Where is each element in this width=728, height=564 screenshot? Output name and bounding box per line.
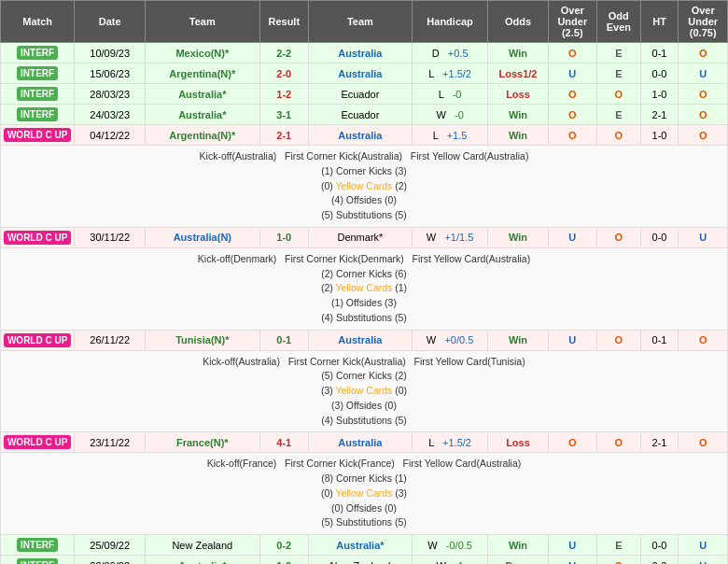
table-row: INTERF 10/09/23 Mexico(N)* 2-2 Australia… [1,43,728,63]
over-under-25: U [548,63,596,84]
match-result: 2-0 [259,63,308,84]
match-result: 0-1 [259,330,308,350]
detail-row: Kick-off(Australia) First Corner Kick(Au… [1,146,728,228]
over-under-075: O [679,330,728,350]
odd-even: O [597,84,641,105]
over-under-075: O [679,125,728,146]
header-odds: Odds [488,1,548,43]
team2-name: Ecuador [309,84,413,105]
team2-name: New Zealand [309,556,413,565]
match-result: 2-1 [259,125,308,146]
over-under-25: U [548,556,596,565]
match-type: INTERF [1,84,75,105]
team1-name: Argentina(N)* [146,63,259,84]
team2-name: Denmark* [309,227,413,247]
ht-score: 0-1 [640,43,679,63]
odd-even: E [597,105,641,125]
match-date: 10/09/23 [75,43,146,63]
match-date: 15/06/23 [75,63,146,84]
table-row: WORLD C UP 26/11/22 Tunisia(N)* 0-1 Aust… [1,330,728,350]
table-row: INTERF 15/06/23 Argentina(N)* 2-0 Austra… [1,63,728,84]
match-detail: Kick-off(France) First Corner Kick(Franc… [1,453,728,535]
ht-score: 0-1 [640,330,679,350]
team2-name: Australia [309,432,413,453]
odd-even: O [597,330,641,350]
match-type: WORLD C UP [1,125,75,146]
match-type: WORLD C UP [1,432,75,453]
match-date: 24/03/23 [75,105,146,125]
match-result: 1-2 [259,84,308,105]
detail-row: Kick-off(France) First Corner Kick(Franc… [1,453,728,535]
match-date: 23/11/22 [75,432,146,453]
odd-even: E [597,43,641,63]
over-under-075: U [679,63,728,84]
team1-name: Australia* [146,105,259,125]
odd-even: O [597,227,641,247]
odds-result: Draw [488,556,548,565]
over-under-075: O [679,43,728,63]
match-result: 0-2 [259,535,308,556]
odds-result: Win [488,535,548,556]
over-under-25: U [548,535,596,556]
handicap-result: L +1.5 [412,125,488,146]
handicap-result: W -1 [412,556,488,565]
match-type: INTERF [1,43,75,63]
header-handicap: Handicap [412,1,488,43]
team2-name: Australia [309,43,413,63]
handicap-result: W +1/1.5 [412,227,488,247]
handicap-result: W -0/0.5 [412,535,488,556]
table-row: INTERF 24/03/23 Australia* 3-1 Ecuador W… [1,105,728,125]
over-under-075: U [679,556,728,565]
over-under-25: O [548,84,596,105]
table-row: INTERF 22/09/22 Australia* 1-0 New Zeala… [1,556,728,565]
over-under-075: U [679,535,728,556]
team2-name: Australia* [309,535,413,556]
match-type: INTERF [1,105,75,125]
match-detail: Kick-off(Denmark) First Corner Kick(Denm… [1,247,728,330]
over-under-25: U [548,227,596,247]
match-type: INTERF [1,63,75,84]
handicap-result: L +1.5/2 [412,63,488,84]
match-date: 22/09/22 [75,556,146,565]
team2-name: Australia [309,63,413,84]
header-team1: Team [146,1,259,43]
odds-result: Win [488,227,548,247]
over-under-075: U [679,227,728,247]
header-over-under-25: Over Under (2.5) [548,1,596,43]
odd-even: O [597,432,641,453]
over-under-25: O [548,125,596,146]
match-result: 4-1 [259,432,308,453]
handicap-result: W +0/0.5 [412,330,488,350]
over-under-25: O [548,432,596,453]
table-row: INTERF 25/09/22 New Zealand 0-2 Australi… [1,535,728,556]
ht-score: 2-1 [640,432,679,453]
match-result: 1-0 [259,556,308,565]
header-date: Date [75,1,146,43]
match-type: WORLD C UP [1,227,75,247]
team1-name: Argentina(N)* [146,125,259,146]
match-detail: Kick-off(Australia) First Corner Kick(Au… [1,350,728,432]
match-result: 2-2 [259,43,308,63]
team1-name: Australia(N) [146,227,259,247]
odd-even: O [597,556,641,565]
header-team2: Team [309,1,413,43]
team1-name: Australia* [146,556,259,565]
table-row: WORLD C UP 04/12/22 Argentina(N)* 2-1 Au… [1,125,728,146]
over-under-075: O [679,105,728,125]
match-type: INTERF [1,535,75,556]
odds-result: Win [488,330,548,350]
ht-score: 0-0 [640,227,679,247]
over-under-25: U [548,330,596,350]
team1-name: Australia* [146,84,259,105]
match-date: 26/11/22 [75,330,146,350]
odd-even: O [597,125,641,146]
match-result: 1-0 [259,227,308,247]
detail-row: Kick-off(Denmark) First Corner Kick(Denm… [1,247,728,330]
detail-row: Kick-off(Australia) First Corner Kick(Au… [1,350,728,432]
ht-score: 0-0 [640,556,679,565]
team1-name: France(N)* [146,432,259,453]
team2-name: Ecuador [309,105,413,125]
team1-name: Tunisia(N)* [146,330,259,350]
over-under-25: O [548,43,596,63]
main-table-container: Match Date Team Result Team Handicap Odd… [0,0,728,564]
